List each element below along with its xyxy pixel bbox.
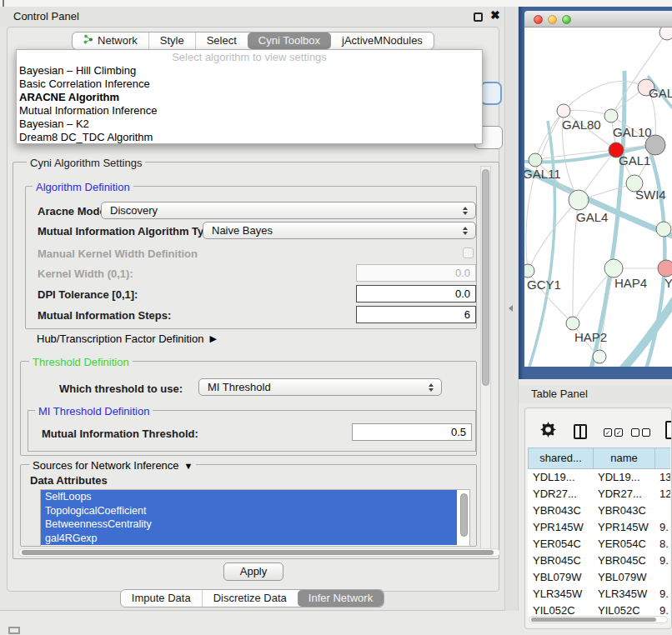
manual-kernel-checkbox[interactable] (463, 248, 474, 258)
network-node[interactable] (557, 104, 570, 118)
dropdown-item-mutual-information-inference[interactable]: Mutual Information Inference (17, 104, 482, 118)
network-edge[interactable] (564, 110, 611, 116)
network-view-window: GALGAL80GAL10GAL1GAL11SWI4GAL4GCY1HAP4YH… (519, 7, 672, 379)
attribute-item-gal4rgexp[interactable]: gal4RGexp (41, 532, 457, 546)
network-node[interactable] (569, 190, 589, 210)
document-icon[interactable] (665, 421, 672, 439)
network-icon (83, 32, 93, 49)
table-panel: ✓ ✓ shared...name YDL19...YDL19...13YDR2… (524, 408, 672, 629)
network-node[interactable] (529, 153, 542, 167)
apply-button[interactable]: Apply (223, 562, 283, 581)
dropdown-item-aracne-algorithm[interactable]: ARACNE Algorithm (17, 91, 482, 104)
algorithm-definition-group: Algorithm Definition Aracne Mode: Discov… (25, 186, 477, 329)
tab-impute-data[interactable]: Impute Data (121, 590, 202, 607)
table-cell: 13 (654, 469, 670, 486)
mi-threshold-definition-group: MI Threshold Definition Mutual Informati… (28, 410, 476, 452)
tab-bar: NetworkStyleSelectCyni ToolboxjActiveMNo… (72, 32, 434, 50)
network-edge[interactable] (621, 294, 672, 367)
data-attributes-list[interactable]: SelfLoopsTopologicalCoefficientBetweenne… (40, 489, 470, 547)
unchecked-checkbox-icon (631, 428, 639, 437)
close-icon[interactable]: ✖ (490, 8, 500, 22)
sources-collapser[interactable]: Sources for Network Inference ▼ (29, 459, 196, 472)
column-header-clipped[interactable] (654, 448, 670, 469)
tab-infer-network[interactable]: Infer Network (298, 590, 384, 607)
gear-icon[interactable] (540, 422, 556, 441)
tab-jactivemnodules[interactable]: jActiveMNodules (331, 32, 434, 49)
panel-splitter[interactable] (504, 7, 519, 611)
float-panel-icon[interactable] (474, 12, 483, 22)
attribute-item-selfloops[interactable]: SelfLoops (41, 490, 457, 504)
tab-discretize-data[interactable]: Discretize Data (202, 590, 298, 607)
dropdown-item-basic-correlation-inference[interactable]: Basic Correlation Inference (17, 78, 482, 91)
table-row[interactable]: YDR27...YDR27...12 (528, 486, 670, 502)
mac-close-icon[interactable] (534, 15, 543, 24)
select-all-checkboxes-icon[interactable]: ✓ ✓ (604, 428, 623, 437)
mac-minimize-icon[interactable] (548, 15, 557, 24)
tab-network[interactable]: Network (73, 32, 148, 49)
table-cell: YBL079W (593, 569, 654, 586)
network-node[interactable] (656, 222, 671, 237)
table-cell: YBR043C (593, 502, 654, 519)
network-canvas[interactable]: GALGAL80GAL10GAL1GAL11SWI4GAL4GCY1HAP4YH… (524, 28, 672, 367)
mi-steps-field[interactable]: 6 (356, 306, 476, 323)
node-label-gcy1: GCY1 (527, 278, 561, 292)
network-node[interactable] (524, 264, 534, 278)
attribute-item-betweennesscentrality[interactable]: BetweennessCentrality (41, 518, 457, 532)
splitter-collapse-icon[interactable] (509, 305, 513, 312)
combo-spinner-icon (459, 227, 472, 235)
scrollbar-thumb[interactable] (531, 618, 656, 622)
dropdown-item-dream8-dc-tdc-algorithm[interactable]: Dream8 DC_TDC Algorithm (17, 131, 482, 144)
table-row[interactable]: YDL19...YDL19...13 (528, 469, 670, 486)
table-horizontal-scrollbar[interactable] (529, 616, 668, 623)
settings-vertical-scrollbar[interactable] (480, 166, 491, 554)
control-panel-content: NetworkStyleSelectCyni ToolboxjActiveMNo… (7, 27, 499, 592)
dpi-tolerance-field[interactable]: 0.0 (356, 285, 476, 302)
dropdown-item-bayesian-hill-climbing[interactable]: Bayesian – Hill Climbing (17, 64, 482, 78)
scrollbar-thumb[interactable] (22, 550, 494, 555)
control-panel-title: Control Panel (13, 7, 79, 27)
deselect-all-checkboxes-icon[interactable] (631, 428, 650, 437)
kernel-width-field[interactable]: 0.0 (356, 264, 476, 282)
table-row[interactable]: YPR145WYPR145W9. (528, 519, 670, 536)
list-scrollbar-thumb[interactable] (460, 493, 468, 537)
network-node[interactable] (604, 259, 623, 278)
table-row[interactable]: YBR043CYBR043C (528, 502, 670, 519)
table-row[interactable]: YBR045CYBR045C9. (528, 552, 670, 569)
algorithm-dropdown-hint: Select algorithm to view settings (17, 50, 482, 64)
network-node[interactable] (659, 28, 672, 40)
mi-threshold-field[interactable]: 0.5 (352, 423, 472, 441)
network-edge[interactable] (611, 32, 667, 116)
mi-type-label: Mutual Information Algorithm Type: (38, 225, 220, 238)
aracne-mode-combobox[interactable]: Discovery (101, 202, 476, 219)
attribute-item-topologicalcoefficient[interactable]: TopologicalCoefficient (41, 504, 457, 518)
network-node[interactable] (566, 317, 579, 330)
network-edge[interactable] (526, 111, 564, 271)
node-label-gal80: GAL80 (562, 118, 601, 132)
column-header-name[interactable]: name (593, 448, 654, 469)
which-threshold-combobox[interactable]: MI Threshold (198, 378, 442, 396)
tab-select[interactable]: Select (195, 32, 248, 49)
network-node[interactable] (604, 109, 618, 122)
table-header-row: shared...name (528, 448, 670, 469)
column-view-icon[interactable] (574, 424, 587, 439)
network-node[interactable] (658, 260, 672, 277)
table-toolbar: ✓ ✓ (525, 408, 671, 445)
node-attribute-table[interactable]: shared...name YDL19...YDL19...13YDR27...… (528, 448, 670, 618)
network-window-titlebar[interactable] (524, 11, 672, 28)
dock-panel-icon[interactable] (8, 627, 20, 634)
column-header-shared[interactable]: shared... (528, 448, 593, 469)
hub-definition-expander[interactable]: Hub/Transcription Factor Definition ▶ (37, 332, 217, 345)
table-row[interactable]: YLR345WYLR345W9. (528, 586, 670, 602)
dropdown-item-bayesian-k2[interactable]: Bayesian – K2 (17, 118, 482, 131)
tab-cyni-toolbox[interactable]: Cyni Toolbox (248, 32, 331, 49)
expander-right-icon[interactable]: ▶ (209, 333, 216, 344)
scrollbar-thumb[interactable] (482, 169, 489, 386)
table-cell (654, 502, 670, 519)
mi-algorithm-type-combobox[interactable]: Naive Bayes (203, 222, 476, 239)
mac-zoom-icon[interactable] (562, 15, 571, 24)
settings-horizontal-scrollbar[interactable] (18, 548, 500, 557)
table-row[interactable]: YER054CYER054C8. (528, 536, 670, 552)
table-row[interactable]: YBL079WYBL079W (528, 569, 670, 586)
tab-style[interactable]: Style (148, 32, 195, 49)
network-node[interactable] (593, 350, 606, 363)
